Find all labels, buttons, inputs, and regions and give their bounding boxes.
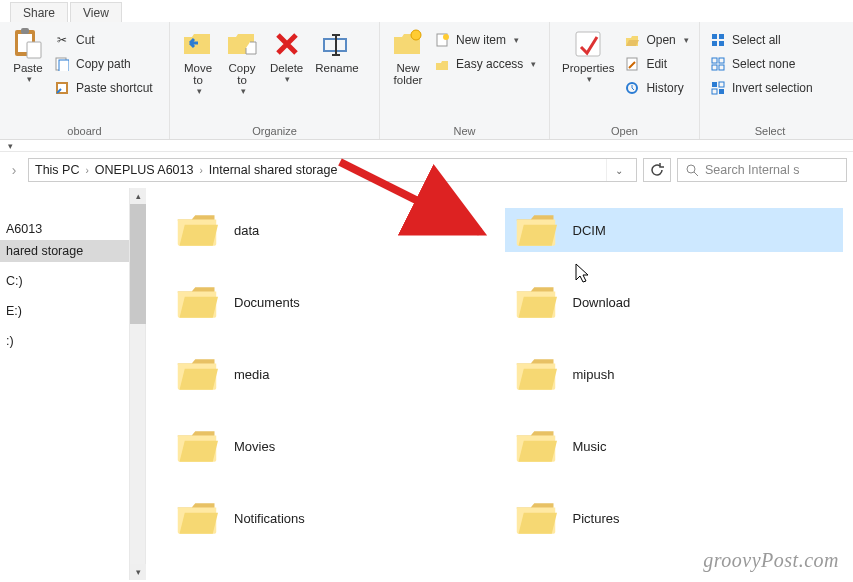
select-none-button[interactable]: Select none: [706, 54, 817, 74]
folder-label: data: [234, 223, 259, 238]
chevron-down-icon: ▾: [285, 74, 290, 84]
group-label-select: Select: [700, 125, 840, 137]
navigation-pane: A6013 hared storage C:) E:) :): [0, 188, 130, 580]
ribbon-group-select: Select all Select none Invert selection …: [700, 22, 840, 139]
refresh-button[interactable]: [643, 158, 671, 182]
search-placeholder: Search Internal s: [705, 163, 800, 177]
chevron-down-icon: ▾: [514, 35, 519, 45]
folder-item[interactable]: media: [166, 352, 505, 396]
folder-icon: [515, 428, 557, 464]
easy-access-icon: [434, 56, 450, 72]
nav-item[interactable]: A6013: [0, 218, 129, 240]
ribbon: Paste ▾ ✂ Cut Copy path Paste shortcut o…: [0, 22, 853, 140]
properties-button[interactable]: Properties ▾: [556, 26, 620, 86]
svg-rect-29: [719, 89, 724, 94]
delete-button[interactable]: Delete ▾: [264, 26, 309, 86]
history-icon: [624, 80, 640, 96]
svg-rect-5: [59, 60, 69, 71]
nav-item: [0, 322, 129, 330]
folder-icon: [176, 428, 218, 464]
select-all-button[interactable]: Select all: [706, 30, 817, 50]
search-input[interactable]: Search Internal s: [677, 158, 847, 182]
open-button[interactable]: Open ▾: [620, 30, 692, 50]
chevron-down-icon: ▾: [27, 74, 32, 84]
address-bar-row: › This PC› ONEPLUS A6013› Internal share…: [0, 152, 853, 188]
select-small-buttons: Select all Select none Invert selection: [706, 26, 817, 98]
svg-rect-20: [712, 41, 717, 46]
svg-line-31: [694, 172, 698, 176]
new-folder-icon: [392, 28, 424, 60]
paste-button[interactable]: Paste ▾: [6, 26, 50, 86]
folder-icon: [515, 284, 557, 320]
paste-shortcut-button[interactable]: Paste shortcut: [50, 78, 157, 98]
history-button[interactable]: History: [620, 78, 692, 98]
folder-item[interactable]: Documents: [166, 280, 505, 324]
folder-label: Movies: [234, 439, 275, 454]
select-none-icon: [710, 56, 726, 72]
easy-access-button[interactable]: Easy access ▾: [430, 54, 540, 74]
group-label-clipboard: oboard: [0, 125, 169, 137]
new-item-button[interactable]: New item ▾: [430, 30, 540, 50]
group-label-open: Open: [550, 125, 699, 137]
rename-button[interactable]: Rename: [309, 26, 364, 76]
folder-item[interactable]: mipush: [505, 352, 844, 396]
edit-button[interactable]: Edit: [620, 54, 692, 74]
chevron-right-icon: ›: [199, 165, 202, 176]
group-label-new: New: [380, 125, 549, 137]
invert-selection-button[interactable]: Invert selection: [706, 78, 817, 98]
new-folder-button[interactable]: New folder: [386, 26, 430, 88]
clipboard-icon: [12, 28, 44, 60]
folder-icon: [176, 500, 218, 536]
folder-item[interactable]: Download: [505, 280, 844, 324]
chevron-down-icon: ▾: [587, 74, 592, 84]
folder-grid: data DCIM Documents Download media mipus…: [166, 208, 843, 540]
folder-icon: [515, 356, 557, 392]
refresh-icon: [650, 163, 664, 177]
folder-item[interactable]: data: [166, 208, 505, 252]
chevron-down-icon: ▾: [8, 141, 13, 151]
folder-icon: [515, 212, 557, 248]
folder-icon: [515, 500, 557, 536]
breadcrumb-item[interactable]: ONEPLUS A6013›: [95, 163, 203, 177]
svg-rect-22: [712, 58, 717, 63]
folder-label: DCIM: [573, 223, 606, 238]
copy-to-button[interactable]: Copy to ▾: [220, 26, 264, 98]
nav-item: [0, 292, 129, 300]
folder-item[interactable]: DCIM: [505, 208, 844, 252]
nav-chevron-icon: ›: [6, 162, 22, 178]
svg-point-30: [687, 165, 695, 173]
folder-item[interactable]: Music: [505, 424, 844, 468]
address-bar[interactable]: This PC› ONEPLUS A6013› Internal shared …: [28, 158, 637, 182]
nav-item[interactable]: E:): [0, 300, 129, 322]
tab-view[interactable]: View: [70, 2, 122, 22]
copy-path-button[interactable]: Copy path: [50, 54, 157, 74]
nav-item[interactable]: :): [0, 330, 129, 352]
breadcrumb-item[interactable]: Internal shared storage: [209, 163, 338, 177]
breadcrumb-item[interactable]: This PC›: [35, 163, 89, 177]
folder-label: Download: [573, 295, 631, 310]
svg-rect-2: [21, 28, 29, 34]
folder-item[interactable]: Pictures: [505, 496, 844, 540]
quick-access-customize[interactable]: ▾: [0, 140, 853, 152]
folder-label: media: [234, 367, 269, 382]
new-small-buttons: New item ▾ Easy access ▾: [430, 26, 540, 74]
svg-rect-21: [719, 41, 724, 46]
move-to-button[interactable]: Move to ▾: [176, 26, 220, 98]
svg-rect-18: [712, 34, 717, 39]
folder-item[interactable]: Movies: [166, 424, 505, 468]
folder-label: Pictures: [573, 511, 620, 526]
chevron-down-icon: ▾: [241, 86, 246, 96]
chevron-down-icon: ▾: [531, 59, 536, 69]
cut-button[interactable]: ✂ Cut: [50, 30, 157, 50]
explorer-body: A6013 hared storage C:) E:) :) ▴ ▾ data …: [0, 188, 853, 580]
nav-item-selected[interactable]: hared storage: [0, 240, 129, 262]
rename-icon: [321, 28, 353, 60]
nav-item: [0, 262, 129, 270]
folder-item[interactable]: Notifications: [166, 496, 505, 540]
move-to-icon: [182, 28, 214, 60]
svg-rect-19: [719, 34, 724, 39]
tab-share[interactable]: Share: [10, 2, 68, 22]
nav-item[interactable]: C:): [0, 270, 129, 292]
address-dropdown[interactable]: ⌄: [606, 159, 630, 181]
select-all-icon: [710, 32, 726, 48]
